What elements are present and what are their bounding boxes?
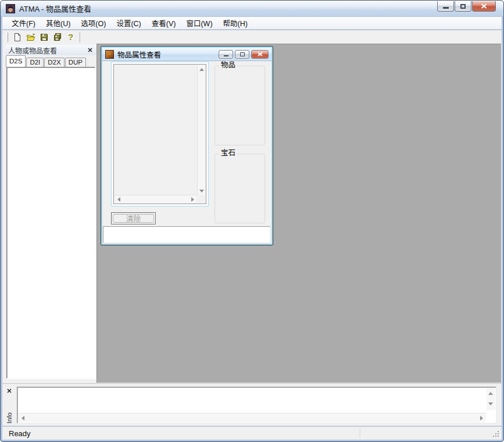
child-close-button[interactable] — [251, 50, 269, 59]
new-file-button[interactable] — [10, 31, 24, 44]
scroll-down-button[interactable] — [198, 187, 206, 195]
close-icon — [7, 388, 12, 393]
horizontal-scrollbar[interactable] — [115, 195, 196, 203]
app-window: ATMA - 物品属性查看 文件(F) 其他(U) 选项(O) 设置(C) 查看… — [0, 0, 504, 442]
info-output-area[interactable] — [17, 387, 496, 423]
menu-view[interactable]: 查看(V) — [146, 16, 181, 30]
item-viewer-caption-buttons — [219, 50, 269, 59]
arrow-down-icon — [199, 190, 204, 193]
scroll-up-button[interactable] — [487, 389, 495, 397]
status-text: Ready — [9, 429, 31, 438]
info-panel-gutter: Info — [5, 387, 16, 424]
item-viewer-frame: 物品属性查看 — [102, 48, 271, 244]
arrow-up-icon — [488, 392, 493, 395]
gem-groupbox: 宝石 — [215, 154, 265, 223]
item-viewer-client: 清除 物品 宝石 — [102, 61, 271, 244]
caption-buttons — [437, 1, 496, 12]
item-description-area[interactable] — [113, 64, 206, 204]
info-vertical-scrollbar[interactable] — [487, 388, 495, 410]
item-viewer-window: 物品属性查看 — [101, 46, 273, 245]
help-button[interactable]: ? — [64, 31, 77, 44]
menu-other[interactable]: 其他(U) — [41, 16, 76, 30]
save-all-icon — [53, 33, 62, 42]
arrow-down-icon — [488, 402, 493, 405]
tab-d2i[interactable]: D2I — [26, 58, 44, 67]
arrow-right-icon — [480, 416, 483, 420]
toolbar-grip[interactable] — [6, 33, 8, 42]
arrow-left-icon — [22, 416, 24, 420]
minimize-button[interactable] — [437, 1, 454, 12]
app-icon — [6, 4, 15, 13]
scroll-right-button[interactable] — [188, 195, 196, 204]
scroll-right-button[interactable] — [477, 414, 485, 422]
save-icon — [40, 33, 49, 42]
toolbar-separator — [80, 32, 80, 42]
restore-icon — [460, 4, 466, 9]
arrow-left-icon — [117, 197, 120, 202]
resize-grip[interactable] — [492, 430, 499, 437]
mdi-area: 物品属性查看 — [96, 44, 501, 383]
open-file-button[interactable] — [24, 31, 37, 44]
item-viewer-bottom-strip — [103, 226, 270, 243]
vertical-scrollbar[interactable] — [197, 65, 205, 195]
restore-icon — [240, 52, 245, 56]
item-groupbox: 物品 — [215, 66, 265, 145]
info-panel-close-button[interactable] — [5, 387, 13, 394]
tab-dup[interactable]: DUP — [65, 58, 86, 67]
gem-groupbox-label: 宝石 — [219, 149, 237, 158]
save-all-button[interactable] — [51, 31, 64, 44]
help-icon: ? — [68, 32, 73, 42]
workspace: 人物或物品查看 D2S D2I D2X DUP — [2, 44, 502, 383]
item-viewer-titlebar[interactable]: 物品属性查看 — [102, 48, 271, 61]
statusbar-divider — [360, 429, 360, 438]
save-button[interactable] — [37, 31, 51, 44]
open-file-icon — [26, 33, 35, 42]
clear-button[interactable]: 清除 — [111, 212, 156, 224]
child-minimize-button[interactable] — [219, 50, 233, 59]
info-horizontal-scrollbar[interactable] — [18, 413, 486, 422]
scroll-left-button[interactable] — [19, 414, 27, 422]
close-button[interactable] — [472, 1, 496, 12]
left-panel-close-button[interactable] — [87, 47, 94, 54]
close-icon — [258, 52, 263, 56]
item-description-container — [111, 62, 209, 206]
menubar: 文件(F) 其他(U) 选项(O) 设置(C) 查看(V) 窗口(W) 帮助(H… — [2, 17, 502, 30]
menu-settings[interactable]: 设置(C) — [111, 16, 146, 30]
minimize-icon — [443, 7, 449, 9]
tab-d2s[interactable]: D2S — [6, 55, 26, 67]
window-title: ATMA - 物品属性查看 — [19, 3, 91, 14]
item-viewer-title: 物品属性查看 — [117, 49, 161, 60]
statusbar: Ready — [2, 426, 502, 440]
titlebar[interactable]: ATMA - 物品属性查看 — [1, 1, 503, 16]
item-groupbox-label: 物品 — [219, 61, 237, 70]
restore-button[interactable] — [455, 1, 471, 12]
clear-button-label: 清除 — [113, 214, 154, 223]
left-panel-header[interactable]: 人物或物品查看 — [5, 45, 96, 55]
tab-d2x[interactable]: D2X — [44, 58, 64, 67]
scroll-down-button[interactable] — [487, 400, 495, 408]
arrow-right-icon — [191, 197, 194, 202]
menu-window[interactable]: 窗口(W) — [181, 16, 217, 30]
character-list[interactable] — [6, 67, 95, 379]
close-icon — [88, 48, 92, 52]
arrow-up-icon — [199, 68, 204, 71]
info-dock-panel: Info — [2, 383, 502, 426]
child-restore-button[interactable] — [235, 50, 249, 59]
close-icon — [481, 3, 487, 9]
menu-help[interactable]: 帮助(H) — [218, 16, 253, 30]
scroll-left-button[interactable] — [115, 195, 123, 204]
left-panel-title: 人物或物品查看 — [8, 45, 57, 55]
left-dock-panel: 人物或物品查看 D2S D2I D2X DUP — [5, 45, 96, 382]
item-viewer-icon — [105, 50, 114, 59]
scroll-up-button[interactable] — [198, 65, 206, 73]
minimize-icon — [224, 55, 228, 56]
info-panel-label: Info — [6, 412, 13, 423]
left-panel-tabs: D2S D2I D2X DUP — [5, 55, 96, 67]
menu-file[interactable]: 文件(F) — [6, 16, 41, 30]
menu-options[interactable]: 选项(O) — [76, 16, 111, 30]
toolbar: ? — [2, 30, 502, 44]
new-file-icon — [13, 33, 22, 42]
